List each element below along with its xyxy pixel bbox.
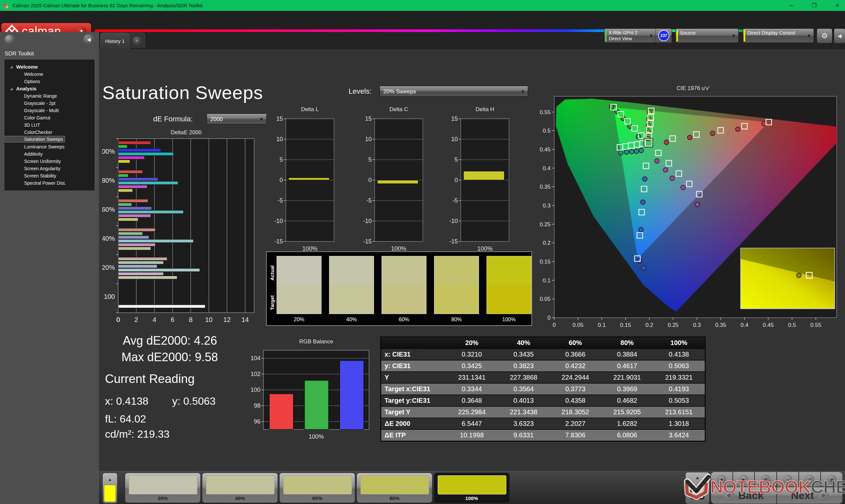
deltae-bar-80%-0 [118, 170, 143, 174]
restore-button[interactable]: ❐ [810, 2, 818, 8]
display-control-dropdown[interactable]: Direct Display Control ▼ [743, 29, 814, 43]
measure-nav-cluster: ■▶▦∿⟳◉«BackNext» [711, 472, 842, 504]
level-button-40%[interactable]: 40% [202, 473, 278, 503]
svg-text:4: 4 [153, 316, 156, 323]
tree-item-saturation-sweeps[interactable]: Saturation Sweeps [5, 136, 65, 143]
deltae-bar-40%-3 [118, 239, 193, 243]
row-value: 2.2027 [550, 418, 601, 429]
tree-item-screen-stability[interactable]: Screen Stability [5, 172, 94, 179]
play-icon: ▶ [739, 475, 748, 484]
meter-count-badge[interactable]: 237 [658, 30, 669, 41]
panel-collapse-button[interactable]: ◀ [834, 29, 845, 43]
sidebar-header: SDR Toolkit [5, 51, 34, 57]
source-status-accent [676, 30, 678, 41]
pattern-display-button[interactable]: ▲ [685, 472, 710, 504]
tree-item-grayscale-2pt[interactable]: Grayscale - 2pt [5, 100, 94, 107]
current-reading-heading: Current Reading [105, 372, 194, 386]
x-value: 0.4138 [116, 395, 148, 407]
svg-text:10: 10 [451, 136, 458, 143]
actual-swatch-60% [382, 256, 426, 285]
chevrons-left-icon: « [724, 490, 735, 501]
svg-text:0: 0 [548, 315, 550, 321]
tree-item-options[interactable]: Options [5, 78, 94, 85]
max-de2000: Max dE2000: 9.58 [122, 350, 218, 364]
meter-dropdown[interactable]: X-Rite i1Pro 2 Direct View ▼ 237 [604, 29, 672, 43]
level-button-100%[interactable]: 100% [434, 473, 510, 503]
svg-text:-15: -15 [274, 238, 283, 245]
target-swatch-60% [382, 285, 426, 314]
svg-text:-15: -15 [449, 238, 458, 245]
deltae-bar-20%-0 [118, 257, 167, 260]
table-header-cell: 80% [601, 338, 653, 348]
tab-history-1[interactable]: History 1 [100, 33, 129, 49]
settings-button[interactable]: ⚙ [816, 29, 832, 43]
measured-point-blue [637, 258, 642, 263]
tree-item-analysis[interactable]: ◢Analysis [5, 85, 94, 92]
deltae-bar-80%-1 [118, 174, 128, 177]
row-value: 0.3666 [550, 349, 601, 360]
title-bar: Calman 2025 Calman Ultimate for Business… [0, 0, 845, 11]
target-swatch-40% [330, 285, 374, 314]
tree-item-screen-angularity[interactable]: Screen Angularity [5, 165, 94, 172]
back-label: Back [738, 489, 764, 502]
record-icon-button[interactable]: ◉ [821, 472, 842, 487]
table-row-y-cie31: y: CIE310.34250.38230.42320.46170.5063 [381, 360, 705, 372]
continuous-icon-button[interactable]: ∿ [777, 472, 798, 487]
actual-swatch-40% [330, 256, 374, 285]
swatch-column-80% [434, 256, 479, 314]
play-icon-button[interactable]: ▶ [733, 472, 755, 487]
tree-item-additivity[interactable]: Additivity [5, 150, 94, 158]
row-value: 0.3435 [498, 349, 550, 360]
expander-icon[interactable]: ◢ [10, 63, 13, 71]
tree-item-3d-lut[interactable]: 3D LUT [5, 121, 94, 129]
monitor-icon [690, 486, 704, 499]
levels-dropdown[interactable]: 20% Sweeps ▼ [380, 86, 528, 97]
svg-text:0.45: 0.45 [763, 322, 774, 328]
deltae-bar-60%-4 [118, 214, 151, 217]
tree-item-color-gamut[interactable]: Color Gamut [5, 114, 94, 121]
deltae-bar-40%-1 [118, 232, 143, 235]
actual-swatch-100% [487, 256, 531, 285]
de-formula-dropdown[interactable]: 2000 ▼ [207, 113, 267, 124]
svg-text:104: 104 [250, 355, 261, 361]
max-label: Max dE2000: [122, 350, 191, 364]
expander-icon[interactable]: ◢ [10, 85, 13, 92]
svg-text:0.2: 0.2 [645, 322, 653, 328]
svg-text:0.55: 0.55 [540, 109, 550, 115]
row-value: 0.4682 [601, 395, 653, 406]
tree-item-welcome[interactable]: Welcome [5, 71, 94, 78]
svg-text:-10: -10 [363, 218, 372, 224]
tree-item-spectral-power-dist-[interactable]: Spectral Power Dist. [5, 179, 94, 187]
svg-text:0.25: 0.25 [668, 322, 679, 328]
tree-item-grayscale-multi[interactable]: Grayscale - Multi [5, 107, 94, 114]
level-button-80%[interactable]: 80% [356, 473, 433, 503]
pattern-window-button[interactable]: ▲ [102, 473, 118, 504]
tree-item-screen-uniformity[interactable]: Screen Uniformity [5, 158, 94, 165]
tree-item-luminance-sweeps[interactable]: Luminance Sweeps [5, 143, 94, 150]
source-dropdown[interactable]: Source ▼ [675, 29, 739, 43]
tree-item-welcome[interactable]: ◢Welcome [5, 63, 94, 71]
row-value: 0.3884 [601, 349, 653, 360]
measured-point-red [688, 135, 692, 140]
tree-item-colorchecker[interactable]: ColorChecker [5, 129, 94, 136]
swatch-level-label: 100% [487, 317, 531, 323]
row-value: 0.4193 [653, 384, 705, 395]
row-value: 0.4013 [498, 395, 550, 406]
add-tab-button[interactable]: + [129, 33, 145, 48]
close-button[interactable]: ✕ [833, 2, 842, 8]
deltae-bar-80%-4 [118, 185, 147, 188]
level-button-60%[interactable]: 60% [279, 473, 355, 503]
tree-item-dynamic-range[interactable]: Dynamic Range [5, 92, 94, 100]
next-label: Next [791, 489, 814, 502]
sidebar-collapse-button[interactable]: ◀ [83, 34, 94, 45]
row-value: 3.6323 [498, 418, 550, 429]
level-button-20%[interactable]: 20% [125, 473, 201, 503]
back-button[interactable]: «Back [711, 487, 776, 504]
stop-icon-button[interactable]: ■ [711, 472, 733, 487]
minimize-button[interactable]: ─ [787, 3, 795, 8]
level-swatch [283, 475, 352, 494]
next-button[interactable]: Next» [777, 487, 842, 504]
row-value: 224.2944 [550, 372, 601, 383]
refresh-icon-button[interactable]: ⟳ [799, 472, 821, 487]
histogram-icon-button[interactable]: ▦ [755, 472, 776, 487]
